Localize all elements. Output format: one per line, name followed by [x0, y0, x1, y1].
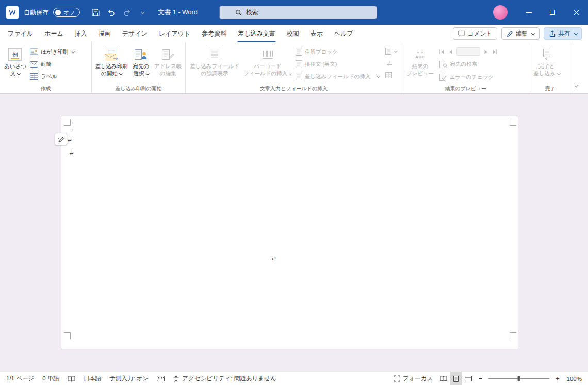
comment-icon — [458, 30, 465, 37]
status-bar-right: フォーカス − + 100% — [389, 372, 586, 385]
greeting-text-button[interactable]: 例 あいさつ 文 — [2, 45, 28, 77]
pen-icon — [57, 136, 65, 143]
tab-label: 表示 — [311, 29, 323, 38]
tab-mailings[interactable]: 差し込み文書 — [232, 25, 281, 42]
search-placeholder: 検索 — [246, 8, 258, 17]
comments-button[interactable]: コメント — [453, 27, 497, 40]
preview-results-label-line2: プレビュー — [406, 70, 434, 77]
search-icon — [235, 9, 242, 16]
language-indicator[interactable]: 日本語 — [79, 372, 106, 385]
tab-draw[interactable]: 描画 — [93, 25, 117, 42]
collapse-ribbon-button[interactable] — [569, 81, 582, 90]
zoom-in-button[interactable]: + — [552, 375, 563, 382]
read-mode-button[interactable] — [437, 372, 450, 385]
pen-editor-button[interactable] — [55, 133, 67, 145]
start-mail-merge-button[interactable]: 差し込み印刷 の開始 — [94, 45, 129, 77]
word-window: 自動保存 オフ 文書 1 - Word 検索 ファイ — [0, 0, 588, 385]
web-layout-button[interactable] — [462, 372, 475, 385]
word-app-icon[interactable] — [6, 6, 19, 19]
document-page[interactable] — [61, 116, 518, 349]
postcard-print-button[interactable]: はがき印刷 — [28, 46, 76, 57]
tab-help[interactable]: ヘルプ — [329, 25, 359, 42]
group-label-create: 作成 — [0, 85, 91, 92]
barcode-icon — [262, 49, 273, 60]
word-logo-icon — [9, 9, 16, 16]
tab-references[interactable]: 参考資料 — [196, 25, 232, 42]
tab-insert[interactable]: 挿入 — [69, 25, 93, 42]
tab-label: デザイン — [122, 29, 148, 38]
editing-label: 編集 — [516, 30, 528, 38]
preview-results-icon: « » ABC — [415, 50, 425, 59]
barcode-label-line1: バーコード — [243, 63, 292, 70]
greeting-label-line1: あいさつ — [4, 63, 26, 70]
zoom-slider[interactable] — [488, 378, 549, 379]
highlight-label-line1: 差し込みフィールド — [190, 63, 239, 70]
group-label-write-insert-fields: 文章入力とフィールドの挿入 — [186, 85, 402, 92]
share-icon — [549, 30, 556, 37]
address-block-icon — [296, 48, 302, 56]
tab-home[interactable]: ホーム — [39, 25, 69, 42]
tab-review[interactable]: 校閲 — [281, 25, 305, 42]
example-glyph: 例 — [12, 51, 18, 58]
tab-bar-actions: コメント 編集 共有 — [453, 27, 586, 40]
undo-button[interactable] — [105, 6, 118, 19]
ime-pad-button[interactable] — [153, 372, 169, 385]
tab-file[interactable]: ファイル — [2, 25, 39, 42]
zoom-percentage[interactable]: 100% — [563, 372, 586, 385]
autosave-toggle[interactable]: オフ — [53, 8, 80, 17]
labels-button[interactable]: ラベル — [28, 71, 76, 82]
zoom-out-button[interactable]: − — [475, 375, 485, 382]
chevron-down-icon — [557, 72, 560, 75]
start-mail-merge-icon — [105, 49, 118, 61]
pencil-icon — [507, 30, 513, 37]
insert-merge-field-icon — [296, 73, 302, 80]
close-icon — [574, 10, 579, 15]
chevron-down-icon — [377, 74, 380, 77]
text-prediction-indicator[interactable]: 予測入力: オン — [105, 372, 153, 385]
document-title: 文書 1 - Word — [158, 8, 198, 17]
insert-barcode-field-button: バーコード フィールドの挿入 — [241, 45, 294, 77]
share-button[interactable]: 共有 — [544, 27, 582, 40]
word-count[interactable]: 0 単語 — [38, 372, 63, 385]
zoom-slider-thumb[interactable] — [517, 376, 520, 381]
quick-access-customize-button[interactable] — [136, 6, 149, 19]
greeting-label-line2: 文 — [10, 70, 16, 76]
tab-design[interactable]: デザイン — [117, 25, 153, 42]
record-navigator — [438, 46, 499, 57]
print-layout-button[interactable] — [450, 372, 462, 385]
address-block-button: 住所ブロック — [294, 46, 381, 57]
check-errors-label: エラーのチェック — [449, 74, 494, 81]
keyboard-icon — [157, 376, 165, 381]
finish-and-merge-button: 完了と 差し込み — [531, 45, 562, 77]
ribbon-group-create: 例 あいさつ 文 はがき印刷 封筒 ラベル — [0, 42, 92, 93]
accessibility-status[interactable]: アクセシビリティ: 問題ありません — [169, 372, 280, 385]
tab-layout[interactable]: レイアウト — [153, 25, 196, 42]
select-recipients-button[interactable]: 宛先の 選択 — [129, 45, 153, 77]
proofing-status-button[interactable] — [63, 372, 79, 385]
title-bar: 自動保存 オフ 文書 1 - Word 検索 — [0, 0, 588, 25]
chevron-down-icon — [72, 49, 75, 53]
preview-results-label-line1: 結果の — [406, 63, 434, 70]
minimize-button[interactable] — [517, 0, 541, 25]
editing-menu-button[interactable]: 編集 — [501, 27, 540, 40]
page-indicator[interactable]: 1/1 ページ — [2, 372, 38, 385]
save-icon — [92, 9, 100, 16]
preview-results-button: « » ABC 結果の プレビュー — [404, 45, 436, 77]
fields-small-buttons: 住所ブロック 挨拶文 (英文) 差し込みフィールドの挿入 — [294, 45, 381, 82]
save-button[interactable] — [89, 6, 103, 19]
word-count-label: 0 単語 — [42, 375, 59, 382]
web-layout-icon — [465, 376, 472, 381]
close-button[interactable] — [564, 0, 588, 25]
group-label-preview-results: 結果のプレビュー — [402, 85, 529, 92]
tab-label: 差し込み文書 — [238, 29, 275, 38]
search-box[interactable]: 検索 — [219, 6, 377, 19]
user-avatar[interactable] — [493, 5, 508, 20]
read-mode-icon — [440, 376, 447, 381]
focus-mode-button[interactable]: フォーカス — [389, 372, 437, 385]
envelopes-button[interactable]: 封筒 — [28, 59, 76, 70]
paragraph-mark: ↵ — [272, 256, 276, 262]
tab-view[interactable]: 表示 — [305, 25, 329, 42]
fields-mini-buttons — [381, 45, 398, 79]
redo-button — [120, 6, 134, 19]
maximize-button[interactable] — [541, 0, 564, 25]
